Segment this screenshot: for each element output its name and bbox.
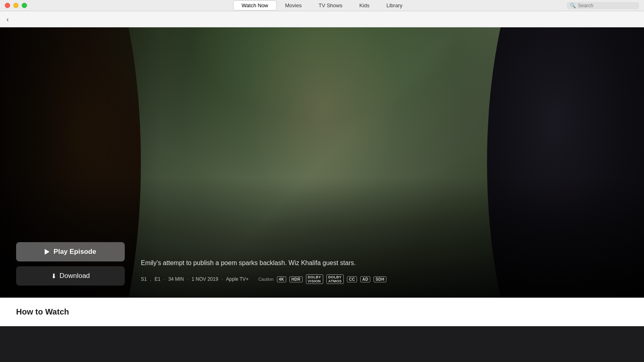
hero-meta: S1 , E1 · 34 MIN · 1 NOV 2019 · Apple TV… [141,274,628,284]
play-icon [45,249,50,255]
play-episode-button[interactable]: Play Episode [16,242,125,261]
chevron-left-icon: ‹ [6,16,9,23]
how-to-watch-section: How to Watch [0,298,644,326]
hero-section: Play Episode ⬇ Download Emily's attempt … [0,27,644,298]
meta-date: 1 NOV 2019 [192,276,218,282]
badge-hdr: HDR [289,276,303,282]
hero-buttons: Play Episode ⬇ Download [16,242,125,286]
hero-content: Play Episode ⬇ Download Emily's attempt … [0,232,644,298]
meta-episode: E1 [155,276,161,282]
back-button[interactable]: ‹ [6,16,9,23]
tab-tv-shows[interactable]: TV Shows [310,0,351,10]
meta-sep-2: · [164,276,165,282]
meta-sep-3: · [187,276,188,282]
back-bar: ‹ [0,11,644,27]
close-button[interactable] [5,3,10,8]
download-button[interactable]: ⬇ Download [16,266,125,286]
search-bar: 🔍 [567,2,639,9]
nav-tabs: Watch Now Movies TV Shows Kids Library [233,0,411,10]
meta-caution-label: Caution [258,277,274,282]
meta-service: Apple TV+ [226,276,248,282]
badge-cc: CC [347,276,357,282]
badge-sdh: SDH [374,276,386,282]
how-to-watch-title: How to Watch [16,307,628,317]
badge-dolby-vision: DOLBYVISION [306,274,323,284]
download-icon: ⬇ [51,272,56,280]
download-button-label: Download [60,272,90,280]
minimize-button[interactable] [13,3,19,8]
search-input[interactable] [578,3,636,8]
play-button-label: Play Episode [54,248,96,256]
tab-kids[interactable]: Kids [351,0,378,10]
hero-info: Emily's attempt to publish a poem sparks… [141,258,628,286]
badge-ad: AD [360,276,370,282]
search-icon: 🔍 [570,3,576,8]
tab-watch-now[interactable]: Watch Now [233,0,277,10]
badge-4k: 4K [277,276,286,282]
meta-sep-4: · [221,276,223,282]
hero-description: Emily's attempt to publish a poem sparks… [141,258,382,268]
meta-season: S1 [141,276,147,282]
maximize-button[interactable] [22,3,27,8]
tab-movies[interactable]: Movies [277,0,310,10]
traffic-lights [0,3,27,8]
meta-sep-1: , [150,276,151,282]
title-bar: Watch Now Movies TV Shows Kids Library 🔍 [0,0,644,11]
tab-library[interactable]: Library [378,0,411,10]
meta-duration: 34 MIN [168,276,184,282]
badge-dolby-atmos: DOLBYATMOS [326,274,344,284]
